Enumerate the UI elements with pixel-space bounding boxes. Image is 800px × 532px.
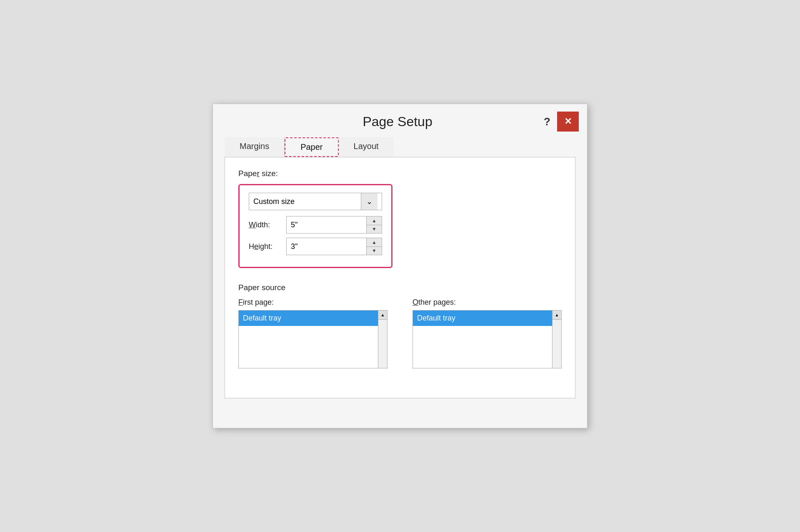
- dialog-title-center: Page Setup: [255, 114, 540, 129]
- other-pages-scrollbar: ▲: [552, 311, 561, 368]
- tab-paper[interactable]: Paper: [285, 137, 338, 157]
- dialog-content: Margins Paper Layout Paper size: Custom …: [213, 137, 587, 410]
- other-pages-scroll-up[interactable]: ▲: [552, 311, 561, 320]
- paper-size-dropdown[interactable]: Custom size ⌄: [249, 193, 382, 210]
- page-setup-dialog: Page Setup ? ✕ Margins Paper Layout Pape…: [212, 104, 588, 428]
- height-increment-button[interactable]: ▲: [367, 238, 382, 247]
- other-pages-group: Other pages: Default tray ▲: [412, 298, 562, 368]
- help-button[interactable]: ?: [540, 115, 554, 128]
- width-field-row: Width: 5" ▲ ▼: [249, 216, 382, 234]
- dropdown-arrow-icon[interactable]: ⌄: [361, 193, 378, 210]
- paper-size-group: Custom size ⌄ Width: 5" ▲ ▼: [238, 184, 392, 268]
- paper-source-label: Paper source: [238, 283, 562, 292]
- height-value[interactable]: 3": [287, 242, 366, 251]
- dialog-title: Page Setup: [362, 114, 432, 129]
- tab-margins[interactable]: Margins: [225, 137, 285, 157]
- first-page-group: First page: Default tray ▲: [238, 298, 388, 368]
- width-decrement-button[interactable]: ▼: [367, 225, 382, 234]
- title-bar: Page Setup ? ✕: [213, 104, 587, 137]
- tab-layout[interactable]: Layout: [339, 137, 394, 157]
- other-pages-default-tray[interactable]: Default tray: [413, 311, 561, 326]
- width-increment-button[interactable]: ▲: [367, 216, 382, 225]
- first-page-scrollbar: ▲: [378, 311, 387, 368]
- tabs-container: Margins Paper Layout: [225, 137, 575, 157]
- height-decrement-button[interactable]: ▼: [367, 247, 382, 255]
- height-spinner: 3" ▲ ▼: [286, 238, 382, 255]
- paper-size-label: Paper size:: [238, 169, 562, 178]
- width-label: Width:: [249, 221, 286, 229]
- width-value[interactable]: 5": [287, 221, 366, 229]
- paper-size-select-row: Custom size ⌄: [249, 193, 382, 210]
- height-spinner-buttons: ▲ ▼: [366, 238, 382, 255]
- source-row: First page: Default tray ▲ Other pages:: [238, 298, 562, 368]
- title-bar-actions: ? ✕: [540, 112, 579, 132]
- other-pages-listbox[interactable]: Default tray ▲: [412, 310, 562, 368]
- first-page-listbox[interactable]: Default tray ▲: [238, 310, 388, 368]
- width-spinner: 5" ▲ ▼: [286, 216, 382, 234]
- close-button[interactable]: ✕: [557, 112, 579, 132]
- first-page-default-tray[interactable]: Default tray: [239, 311, 387, 326]
- height-label: Height:: [249, 242, 286, 251]
- width-spinner-buttons: ▲ ▼: [366, 216, 382, 233]
- tab-panel-paper: Paper size: Custom size ⌄ Width:: [225, 157, 575, 398]
- height-field-row: Height: 3" ▲ ▼: [249, 238, 382, 255]
- first-page-scroll-up[interactable]: ▲: [378, 311, 387, 320]
- first-page-label: First page:: [238, 298, 388, 307]
- other-pages-label: Other pages:: [412, 298, 562, 307]
